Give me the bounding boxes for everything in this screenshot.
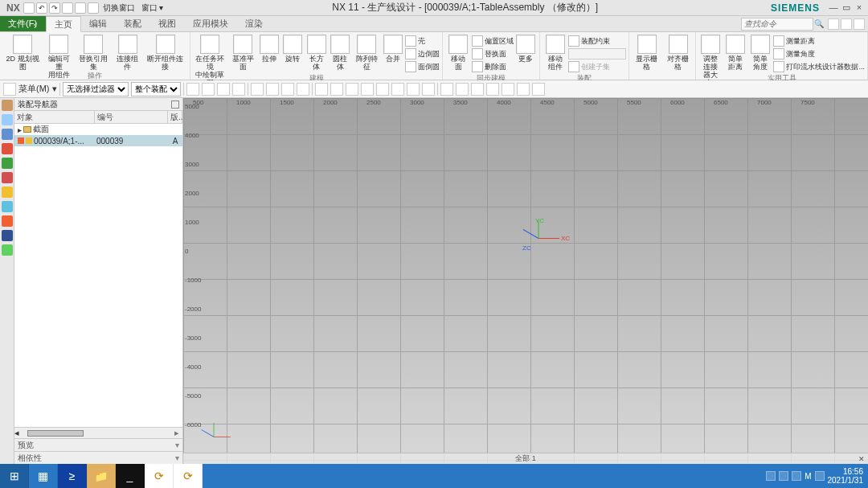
system-clock[interactable]: 16:56 2021/1/31 xyxy=(828,467,864,485)
tool-ico-6[interactable] xyxy=(266,83,279,96)
graphics-viewport[interactable]: 5001000150020002500300035004000450050005… xyxy=(183,98,868,464)
close-button[interactable]: × xyxy=(854,2,865,14)
nav-hd3d-icon[interactable] xyxy=(2,158,13,169)
task-cmd[interactable]: _ xyxy=(116,464,145,488)
nav-roles-icon[interactable] xyxy=(2,215,13,227)
tool-ico-22[interactable] xyxy=(517,83,530,96)
restore-button[interactable]: ▭ xyxy=(841,2,852,14)
model-btn-6[interactable]: 阵列特征 xyxy=(352,33,381,73)
asm-btn-0[interactable]: 移动组件 xyxy=(542,33,567,73)
nav-process-icon[interactable] xyxy=(2,201,13,212)
nav-row-section[interactable]: ▸截面 xyxy=(14,124,182,135)
system-tray[interactable]: M 16:56 2021/1/31 xyxy=(761,467,868,485)
model-side-1[interactable]: 边倒圆 xyxy=(405,47,440,60)
menu-dropdown-label[interactable]: 菜单(M) ▾ xyxy=(18,83,57,95)
model-btn-4[interactable]: 长方体 xyxy=(305,33,328,73)
sync-more[interactable]: 更多 xyxy=(514,33,538,73)
navigator-footer-preview[interactable]: 预览 xyxy=(14,438,182,451)
status-close-icon[interactable]: ✕ xyxy=(858,455,865,463)
filter-select-1[interactable]: 无选择过滤器 xyxy=(63,82,129,96)
op-btn-2[interactable]: 替换引用集 xyxy=(75,33,112,71)
navigator-hscroll[interactable]: ◂▸ xyxy=(14,427,182,438)
tool-ico-5[interactable] xyxy=(251,83,264,96)
model-side-2[interactable]: 面倒圆 xyxy=(405,60,440,73)
tool-ico-3[interactable] xyxy=(217,83,230,96)
tray-net-icon[interactable] xyxy=(779,471,788,481)
tool-btn-0[interactable]: 调整连接 器大小.. xyxy=(698,33,723,73)
op-btn-4[interactable]: 断开组件连接 xyxy=(144,33,187,71)
nav-row-selected[interactable]: 000039/A;1-... 000039 A xyxy=(14,135,182,146)
filter-select-2[interactable]: 整个装配 xyxy=(131,82,181,96)
tool-ico-14[interactable] xyxy=(391,83,404,96)
tool-ico-16[interactable] xyxy=(422,83,435,96)
nav-assembly-icon[interactable] xyxy=(2,100,13,111)
tool-ico-21[interactable] xyxy=(502,83,514,96)
model-btn-2[interactable]: 拉伸 xyxy=(258,33,280,73)
model-btn-5[interactable]: 圆柱体 xyxy=(329,33,352,73)
col-version[interactable]: 版.. xyxy=(168,111,182,123)
tool-side-0[interactable]: 测量距离 xyxy=(773,35,865,47)
minimize-button[interactable]: — xyxy=(828,2,839,14)
scroll-thumb[interactable] xyxy=(27,430,84,437)
tool-btn-2[interactable]: 简单角度 xyxy=(748,33,772,73)
tab-render[interactable]: 渲染 xyxy=(237,16,272,31)
redo-icon[interactable]: ↷ xyxy=(49,2,60,14)
tool-btn-1[interactable]: 简单距离 xyxy=(723,33,747,73)
check-icon[interactable] xyxy=(18,137,24,144)
nav-constraint-icon[interactable] xyxy=(2,114,13,125)
model-btn-3[interactable]: 旋转 xyxy=(281,33,304,73)
cut-icon[interactable] xyxy=(62,2,73,14)
tool-ico-10[interactable] xyxy=(330,83,343,96)
task-nx2[interactable]: ⟳ xyxy=(174,464,203,488)
nav-browser-icon[interactable] xyxy=(2,172,13,183)
navigator-footer-deps[interactable]: 相依性 xyxy=(14,451,182,464)
model-btn-1[interactable]: 基准平面 xyxy=(228,33,257,73)
asm-create-subset[interactable]: 创建子集 xyxy=(568,60,626,73)
asm-subset-field[interactable] xyxy=(568,47,626,60)
asm-constraints[interactable]: 装配约束 xyxy=(568,35,626,47)
nav-part-icon[interactable] xyxy=(2,129,13,140)
tool-ico-12[interactable] xyxy=(361,83,374,96)
task-nx1[interactable]: ⟳ xyxy=(145,464,174,488)
tip-icon[interactable] xyxy=(841,18,852,30)
command-search[interactable]: 🔍 xyxy=(741,18,825,30)
swap-icon[interactable] xyxy=(88,2,99,14)
tray-lang-icon[interactable] xyxy=(815,471,825,481)
switch-window-label[interactable]: 切换窗口 xyxy=(100,2,137,14)
grid-btn-1[interactable]: 对齐栅格 xyxy=(663,33,694,71)
tool-ico-17[interactable] xyxy=(440,83,453,96)
task-folder[interactable]: 📁 xyxy=(87,464,116,488)
tool-side-2[interactable]: 打印流水线设计器数据... xyxy=(773,60,865,73)
op-btn-3[interactable]: 连接组件 xyxy=(113,33,143,71)
start-button[interactable]: ⊞ xyxy=(0,464,29,488)
sync-side-1[interactable]: 替换面 xyxy=(472,47,514,60)
copy-icon[interactable] xyxy=(75,2,86,14)
help-icon[interactable] xyxy=(828,18,839,30)
tab-view[interactable]: 视图 xyxy=(150,16,185,31)
model-btn-0[interactable]: 在任务环境 中绘制草图 xyxy=(193,33,228,73)
tool-ico-7[interactable] xyxy=(281,83,294,96)
tool-ico-11[interactable] xyxy=(346,83,358,96)
task-ps[interactable]: ≥ xyxy=(58,464,87,488)
nav-mfg-icon[interactable] xyxy=(2,230,13,241)
tool-ico-9[interactable] xyxy=(315,83,328,96)
undo-icon[interactable]: ↶ xyxy=(36,2,47,14)
options-icon[interactable] xyxy=(854,18,865,30)
sync-btn-0[interactable]: 移动面 xyxy=(445,33,470,73)
file-menu[interactable]: 文件(F) xyxy=(0,16,46,31)
save-icon[interactable] xyxy=(23,2,35,14)
tool-ico-13[interactable] xyxy=(376,83,389,96)
search-icon[interactable]: 🔍 xyxy=(813,18,825,30)
tab-edit[interactable]: 编辑 xyxy=(81,16,116,31)
tab-app[interactable]: 应用模块 xyxy=(185,16,237,31)
col-object[interactable]: 对象 xyxy=(14,111,95,123)
nav-system-icon[interactable] xyxy=(2,244,13,256)
tool-ico-4[interactable] xyxy=(232,83,245,96)
tool-ico-8[interactable] xyxy=(297,83,309,96)
model-btn-7[interactable]: 合并 xyxy=(382,33,404,73)
tool-ico-19[interactable] xyxy=(471,83,484,96)
navigator-tree[interactable]: ▸截面 000039/A;1-... 000039 A xyxy=(14,124,182,427)
tray-vol-icon[interactable] xyxy=(792,471,801,481)
tool-ico-2[interactable] xyxy=(202,83,215,96)
tool-ico-20[interactable] xyxy=(486,83,499,96)
